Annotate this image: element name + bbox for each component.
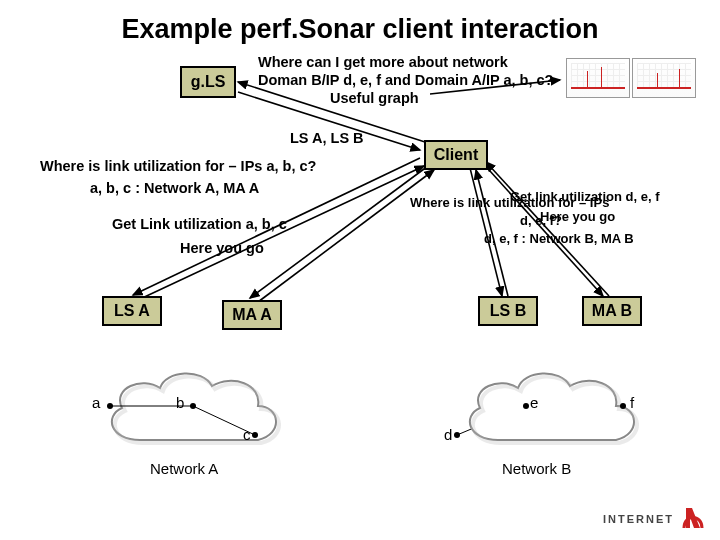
node-e-label: e (530, 394, 538, 411)
node-f-label: f (630, 394, 634, 411)
box-client: Client (424, 140, 488, 170)
cloud-network-a (92, 360, 292, 460)
gls-reply-lsab: LS A, LS B (290, 130, 364, 147)
cloud-b-label: Network B (502, 460, 571, 477)
node-a-dot (107, 403, 113, 409)
q-mab-line2: Here you go (540, 210, 615, 224)
node-b-label: b (176, 394, 184, 411)
box-maa: MA A (222, 300, 282, 330)
box-lsb: LS B (478, 296, 538, 326)
svg-line-10 (486, 162, 609, 296)
svg-line-6 (258, 170, 434, 302)
q-maa-line2: Here you go (180, 240, 264, 257)
logo-internet2: INTERNET (603, 506, 706, 532)
useful-graph-label: Useful graph (330, 90, 419, 107)
chart-thumbnail-2 (632, 58, 696, 98)
node-f-dot (620, 403, 626, 409)
q-lsa-line1: Where is link utilization for – IPs a, b… (40, 158, 370, 175)
cloud-network-b (450, 360, 650, 460)
logo-mark-icon (680, 506, 706, 532)
page-title: Example perf.Sonar client interaction (0, 0, 720, 45)
cloud-a-label: Network A (150, 460, 218, 477)
node-b-dot (190, 403, 196, 409)
query-gls-line1: Where can I get more about network (258, 54, 588, 71)
chart-thumbnail-1 (566, 58, 630, 98)
q-maa-line1: Get Link utilization a, b, c (112, 216, 287, 233)
box-gls: g.LS (180, 66, 236, 98)
node-c-dot (252, 432, 258, 438)
q-lsb-line3: d, e, f : Network B, MA B (484, 232, 634, 246)
box-lsa: LS A (102, 296, 162, 326)
logo-text: INTERNET (603, 513, 674, 525)
q-lsa-line2: a, b, c : Network A, MA A (90, 180, 259, 197)
q-mab-line1: Get link utilization d, e, f (510, 190, 660, 204)
node-a-label: a (92, 394, 100, 411)
node-d-dot (454, 432, 460, 438)
node-e-dot (523, 403, 529, 409)
box-mab: MA B (582, 296, 642, 326)
node-c-label: c (243, 426, 251, 443)
node-d-label: d (444, 426, 452, 443)
